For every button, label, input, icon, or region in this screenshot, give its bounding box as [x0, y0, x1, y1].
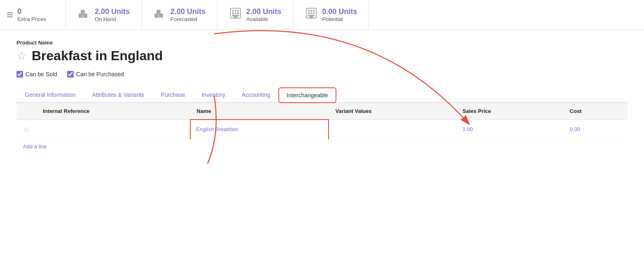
svg-rect-20: [308, 12, 310, 14]
col-header-variant-values: Variant Values: [329, 103, 456, 120]
tab-interchangeable[interactable]: Interchangeable: [278, 87, 336, 103]
svg-rect-7: [232, 10, 234, 12]
svg-rect-11: [235, 12, 236, 14]
svg-rect-22: [313, 12, 315, 14]
row-cost-cell: 0.00: [563, 120, 628, 139]
stat-on-hand[interactable]: 2.00 Units On Hand: [66, 0, 142, 29]
svg-rect-15: [234, 15, 237, 18]
variants-table: Internal Reference Name Variant Values S…: [16, 103, 628, 139]
col-header-star: [16, 103, 36, 120]
product-title-row: ☆ Breakfast in England: [16, 48, 628, 63]
svg-rect-19: [313, 10, 315, 12]
svg-rect-24: [313, 15, 315, 16]
col-header-internal-ref: Internal Reference: [36, 103, 190, 120]
tab-inventory[interactable]: Inventory: [193, 87, 233, 103]
stat-on-hand-text: 2.00 Units On Hand: [95, 7, 130, 22]
row-internal-ref-cell: [36, 120, 190, 139]
row-sales-price-value: 1.00: [462, 126, 473, 132]
tab-accounting[interactable]: Accounting: [233, 87, 278, 103]
row-variant-values-cell: [329, 120, 456, 139]
svg-rect-12: [237, 12, 239, 14]
stat-potential-text: 0.00 Units Potential: [322, 7, 357, 22]
svg-rect-0: [79, 14, 83, 18]
tab-purchase[interactable]: Purchase: [152, 87, 193, 103]
can-be-sold-input[interactable]: [16, 71, 23, 77]
favorite-star-icon[interactable]: ☆: [16, 49, 27, 63]
svg-rect-8: [235, 10, 236, 12]
stat-forecasted[interactable]: 2.00 Units Forecasted: [142, 0, 217, 29]
svg-rect-25: [310, 15, 313, 18]
svg-rect-13: [232, 15, 234, 16]
row-cost-value: 0.00: [570, 126, 580, 132]
svg-rect-2: [81, 10, 85, 14]
tabs-row: General Information Attributes & Variant…: [16, 87, 628, 103]
potential-label: Potential: [322, 16, 357, 22]
col-header-cost: Cost: [563, 103, 628, 120]
stat-potential[interactable]: 0.00 Units Potential: [293, 0, 369, 29]
forecasted-label: Forecasted: [170, 16, 205, 22]
can-be-sold-checkbox[interactable]: Can be Sold: [16, 71, 57, 77]
svg-rect-17: [308, 10, 310, 12]
on-hand-value: 2.00 Units: [95, 7, 130, 16]
svg-rect-4: [159, 14, 163, 18]
row-star-cell[interactable]: ☆: [16, 120, 36, 139]
svg-rect-9: [237, 10, 239, 12]
page-wrapper: ≡ 0 Extra Prices 2.00 Units On Hand: [0, 0, 644, 164]
svg-rect-14: [237, 15, 239, 16]
checkboxes-row: Can be Sold Can be Purchased: [16, 71, 628, 77]
can-be-sold-label: Can be Sold: [26, 71, 57, 77]
available-value: 2.00 Units: [246, 7, 281, 16]
stat-extra-prices[interactable]: ≡ 0 Extra Prices: [0, 0, 66, 29]
main-content: Product Name ☆ Breakfast in England Can …: [0, 30, 644, 164]
on-hand-label: On Hand: [95, 16, 130, 22]
extra-prices-value: 0: [17, 7, 46, 16]
building-icon-potential: [305, 7, 318, 23]
stat-available[interactable]: 2.00 Units Available: [217, 0, 293, 29]
add-line-button[interactable]: Add a line: [16, 139, 54, 154]
svg-rect-23: [308, 15, 310, 16]
tab-general-information[interactable]: General Information: [16, 87, 84, 103]
svg-rect-5: [156, 10, 161, 14]
col-header-sales-price: Sales Price: [456, 103, 563, 120]
stat-forecasted-text: 2.00 Units Forecasted: [170, 7, 205, 22]
col-header-name: Name: [190, 103, 329, 120]
can-be-purchased-checkbox[interactable]: Can be Purchased: [67, 71, 124, 77]
boxes-icon-onhand: [77, 7, 91, 23]
table-header: Internal Reference Name Variant Values S…: [16, 103, 628, 120]
list-icon: ≡: [7, 8, 13, 21]
stats-bar: ≡ 0 Extra Prices 2.00 Units On Hand: [0, 0, 644, 30]
svg-rect-21: [310, 12, 312, 14]
table-header-row: Internal Reference Name Variant Values S…: [16, 103, 628, 120]
table-body: ☆ English Breakfast 1.00 0.00: [16, 120, 628, 139]
can-be-purchased-label: Can be Purchased: [76, 71, 124, 77]
product-title: Breakfast in England: [32, 48, 163, 63]
table-row: ☆ English Breakfast 1.00 0.00: [16, 120, 628, 139]
row-sales-price-cell: 1.00: [456, 120, 563, 139]
svg-rect-1: [83, 14, 87, 18]
product-name-label: Product Name: [16, 40, 628, 46]
svg-rect-18: [310, 10, 312, 12]
tab-attributes-variants[interactable]: Attributes & Variants: [84, 87, 153, 103]
stat-available-text: 2.00 Units Available: [246, 7, 281, 22]
row-name-link[interactable]: English Breakfast: [196, 126, 238, 132]
potential-value: 0.00 Units: [322, 7, 357, 16]
can-be-purchased-input[interactable]: [67, 71, 74, 77]
extra-prices-label: Extra Prices: [17, 16, 46, 22]
available-label: Available: [246, 16, 281, 22]
svg-rect-3: [154, 14, 159, 18]
forecasted-value: 2.00 Units: [170, 7, 205, 16]
row-name-cell[interactable]: English Breakfast: [190, 120, 329, 139]
boxes-icon-forecasted: [153, 7, 166, 23]
svg-rect-10: [232, 12, 234, 14]
building-icon-available: [229, 7, 242, 23]
stat-extra-prices-text: 0 Extra Prices: [17, 7, 46, 22]
